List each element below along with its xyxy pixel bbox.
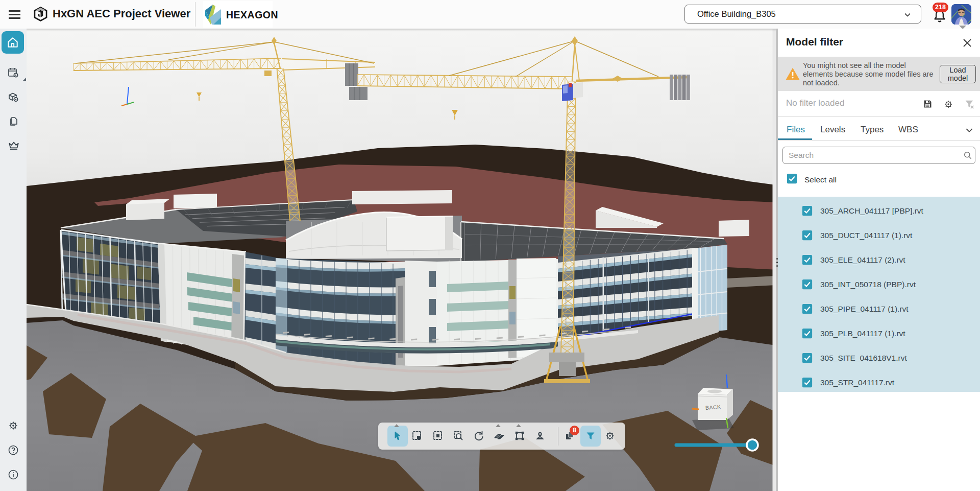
svg-text:BACK: BACK — [705, 404, 721, 411]
